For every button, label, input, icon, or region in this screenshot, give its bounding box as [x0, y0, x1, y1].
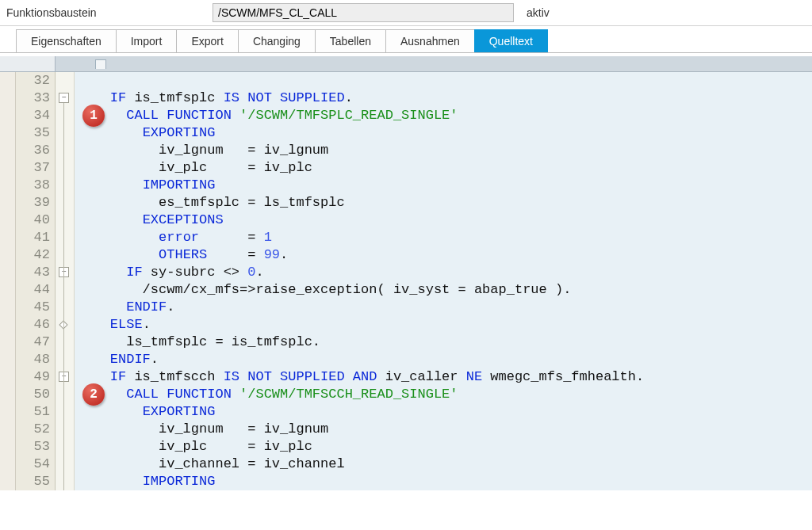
- line-number: 53: [16, 438, 55, 456]
- code-area[interactable]: 3233343536373839404142434445464748495051…: [0, 72, 812, 490]
- tab-export[interactable]: Export: [176, 29, 238, 52]
- code-line[interactable]: IMPORTING: [78, 473, 812, 490]
- line-number: 51: [16, 403, 55, 421]
- tab-tabellen[interactable]: Tabellen: [315, 29, 386, 52]
- code-line[interactable]: EXPORTING: [78, 403, 812, 421]
- code-line[interactable]: ENDIF.: [78, 351, 812, 368]
- line-number: 41: [16, 229, 55, 246]
- code-line[interactable]: ELSE.: [78, 316, 812, 334]
- line-number: 45: [16, 299, 55, 316]
- line-number: 50: [16, 386, 55, 403]
- line-number: 54: [16, 456, 55, 473]
- tab-eigenschaften[interactable]: Eigenschaften: [16, 29, 117, 52]
- line-number: 44: [16, 281, 55, 299]
- line-number: 52: [16, 421, 55, 438]
- line-number: 40: [16, 212, 55, 229]
- code-line[interactable]: EXCEPTIONS: [78, 212, 812, 229]
- tabs-row: EigenschaftenImportExportChangingTabelle…: [0, 26, 812, 53]
- code-line[interactable]: ENDIF.: [78, 299, 812, 316]
- code-line[interactable]: /scwm/cx_mfs=>raise_exception( iv_syst =…: [78, 281, 812, 299]
- editor: 3233343536373839404142434445464748495051…: [0, 53, 812, 490]
- code-line[interactable]: iv_channel = iv_channel: [78, 456, 812, 473]
- breakpoint-margin[interactable]: [0, 72, 16, 490]
- header-row: Funktionsbaustein aktiv: [0, 0, 812, 26]
- line-number: 49: [16, 368, 55, 386]
- code-line[interactable]: OTHERS = 99.: [78, 246, 812, 264]
- line-number: 48: [16, 351, 55, 368]
- annotation-badge-2: 2: [82, 383, 105, 406]
- code-line[interactable]: CALL FUNCTION '/SCWM/TMFSPLC_READ_SINGLE…: [78, 107, 812, 124]
- code-line[interactable]: iv_plc = iv_plc: [78, 438, 812, 456]
- line-number: 43: [16, 264, 55, 281]
- editor-ruler: [0, 56, 812, 72]
- line-number-gutter: 3233343536373839404142434445464748495051…: [16, 72, 56, 490]
- fold-toggle-icon[interactable]: −: [59, 93, 69, 103]
- code-text[interactable]: IF is_tmfsplc IS NOT SUPPLIED. CALL FUNC…: [75, 72, 812, 490]
- code-line[interactable]: IF is_tmfscch IS NOT SUPPLIED AND iv_cal…: [78, 368, 812, 386]
- line-number: 42: [16, 246, 55, 264]
- tab-import[interactable]: Import: [116, 29, 178, 52]
- annotation-badge-1: 1: [82, 105, 105, 127]
- line-number: 46: [16, 316, 55, 334]
- code-line[interactable]: es_tmfsplc = ls_tmfsplc: [78, 194, 812, 212]
- code-line[interactable]: CALL FUNCTION '/SCWM/TMFSCCH_READ_SINGLE…: [78, 386, 812, 403]
- editor-ruler-gutter: [0, 56, 56, 71]
- line-number: 35: [16, 124, 55, 142]
- object-type-label: Funktionsbaustein: [6, 6, 205, 19]
- line-number: 47: [16, 334, 55, 351]
- code-line[interactable]: iv_lgnum = iv_lgnum: [78, 421, 812, 438]
- fold-column[interactable]: −−−: [56, 72, 75, 490]
- code-line[interactable]: IF is_tmfsplc IS NOT SUPPLIED.: [78, 90, 812, 107]
- line-number: 37: [16, 159, 55, 177]
- code-line[interactable]: IMPORTING: [78, 177, 812, 194]
- editor-ruler-marker: [95, 59, 106, 69]
- line-number: 39: [16, 194, 55, 212]
- code-line[interactable]: iv_lgnum = iv_lgnum: [78, 142, 812, 159]
- line-number: 38: [16, 177, 55, 194]
- line-number: 33: [16, 90, 55, 107]
- tab-changing[interactable]: Changing: [238, 29, 316, 52]
- code-line[interactable]: iv_plc = iv_plc: [78, 159, 812, 177]
- tab-ausnahmen[interactable]: Ausnahmen: [385, 29, 475, 52]
- line-number: 34: [16, 107, 55, 124]
- code-line[interactable]: ls_tmfsplc = is_tmfsplc.: [78, 334, 812, 351]
- tab-quelltext[interactable]: Quelltext: [474, 29, 548, 52]
- module-name-field[interactable]: [213, 3, 514, 22]
- line-number: 55: [16, 473, 55, 490]
- code-line[interactable]: [78, 72, 812, 90]
- code-line[interactable]: IF sy-subrc <> 0.: [78, 264, 812, 281]
- fold-guide-line: [63, 103, 64, 490]
- code-line[interactable]: EXPORTING: [78, 124, 812, 142]
- line-number: 36: [16, 142, 55, 159]
- status-label: aktiv: [527, 6, 550, 19]
- code-line[interactable]: error = 1: [78, 229, 812, 246]
- line-number: 32: [16, 72, 55, 90]
